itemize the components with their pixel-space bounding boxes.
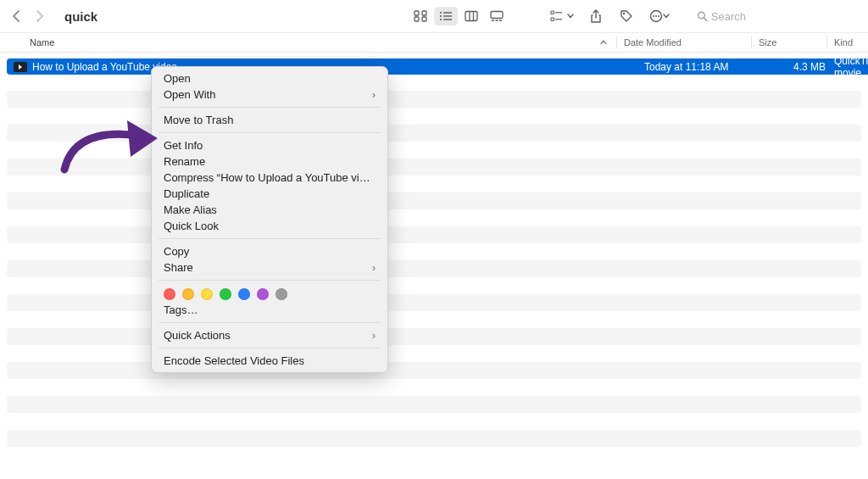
svg-rect-16 — [499, 20, 502, 22]
share-icon — [590, 9, 602, 23]
forward-button[interactable] — [31, 6, 49, 26]
tag-green[interactable] — [220, 288, 231, 300]
back-button[interactable] — [7, 6, 25, 26]
file-size: 4.3 MB — [771, 61, 834, 73]
ellipsis-circle-icon — [649, 9, 663, 23]
menu-get-info[interactable]: Get Info — [152, 137, 387, 153]
menu-open[interactable]: Open — [152, 70, 387, 86]
menu-open-label: Open — [164, 72, 191, 85]
view-gallery-button[interactable] — [485, 7, 509, 25]
chevron-left-icon — [12, 9, 20, 23]
tag-gray[interactable] — [275, 288, 287, 300]
svg-rect-17 — [551, 11, 554, 14]
gallery-icon — [490, 10, 504, 22]
svg-point-4 — [440, 12, 442, 14]
chevron-up-icon — [600, 39, 607, 46]
column-date[interactable]: Date Modified — [624, 37, 751, 47]
tag-icon — [620, 9, 633, 23]
svg-rect-15 — [496, 20, 498, 22]
list-icon — [439, 10, 453, 22]
chevron-right-icon: › — [372, 262, 376, 274]
file-list: How to Upload a YouTube video Today at 1… — [0, 53, 868, 464]
svg-rect-1 — [422, 11, 426, 15]
file-date: Today at 11:18 AM — [644, 61, 771, 73]
menu-compress-label: Compress “How to Upload a YouTube video” — [164, 171, 376, 184]
nav-group — [7, 6, 49, 26]
menu-duplicate[interactable]: Duplicate — [152, 186, 387, 202]
view-icons-button[interactable] — [409, 7, 432, 25]
chevron-right-icon — [36, 9, 44, 23]
menu-copy-label: Copy — [164, 245, 189, 258]
svg-rect-18 — [555, 12, 562, 13]
column-name[interactable]: Name — [30, 37, 596, 47]
action-button[interactable] — [646, 7, 673, 25]
svg-rect-2 — [415, 17, 419, 21]
column-date-label: Date Modified — [624, 37, 682, 47]
menu-compress[interactable]: Compress “How to Upload a YouTube video” — [152, 170, 387, 186]
grid-icon — [414, 10, 427, 22]
menu-get-info-label: Get Info — [164, 139, 203, 152]
tag-blue[interactable] — [238, 288, 250, 300]
svg-point-23 — [653, 15, 654, 17]
column-size[interactable]: Size — [759, 37, 826, 47]
svg-rect-19 — [551, 18, 554, 21]
svg-rect-3 — [422, 17, 426, 21]
menu-open-with[interactable]: Open With› — [152, 86, 387, 103]
menu-tags[interactable]: Tags… — [152, 302, 387, 318]
search-icon — [697, 10, 708, 22]
menu-trash[interactable]: Move to Trash — [152, 112, 387, 128]
menu-rename[interactable]: Rename — [152, 153, 387, 170]
chevron-right-icon: › — [372, 330, 376, 342]
movie-file-icon — [14, 62, 27, 72]
columns-icon — [465, 10, 478, 22]
column-header-row: Name Date Modified Size Kind — [0, 32, 868, 53]
file-kind: QuickTime movie — [834, 55, 868, 79]
menu-quick-look[interactable]: Quick Look — [152, 218, 387, 234]
menu-share[interactable]: Share› — [152, 259, 387, 276]
svg-rect-10 — [465, 12, 477, 21]
tag-orange[interactable] — [182, 288, 194, 300]
menu-open-with-label: Open With — [164, 88, 215, 101]
svg-rect-5 — [443, 12, 452, 13]
view-columns-button[interactable] — [459, 7, 483, 25]
svg-line-27 — [704, 18, 707, 20]
file-row-selected[interactable]: How to Upload a YouTube video Today at 1… — [7, 58, 868, 75]
menu-duplicate-label: Duplicate — [164, 187, 209, 200]
chevron-right-icon: › — [372, 89, 376, 101]
svg-rect-13 — [491, 12, 503, 19]
menu-encode[interactable]: Encode Selected Video Files — [152, 353, 387, 369]
sort-indicator[interactable] — [596, 39, 611, 46]
share-button[interactable] — [585, 7, 607, 25]
svg-point-26 — [698, 12, 705, 19]
menu-quick-actions[interactable]: Quick Actions› — [152, 327, 387, 343]
tags-button[interactable] — [615, 7, 637, 25]
tag-yellow[interactable] — [201, 288, 213, 300]
tag-red[interactable] — [164, 288, 175, 300]
view-switcher — [409, 7, 509, 25]
search-input[interactable] — [711, 10, 856, 23]
tag-purple[interactable] — [257, 288, 269, 300]
chevron-down-icon — [663, 14, 670, 19]
search-field[interactable] — [692, 5, 861, 27]
toolbar: quick — [0, 0, 868, 32]
menu-encode-label: Encode Selected Video Files — [164, 354, 304, 367]
menu-make-alias[interactable]: Make Alias — [152, 202, 387, 218]
column-name-label: Name — [30, 37, 54, 47]
column-kind[interactable]: Kind — [834, 37, 868, 47]
menu-tags-label: Tags… — [164, 304, 198, 316]
menu-copy[interactable]: Copy — [152, 243, 387, 259]
menu-rename-label: Rename — [164, 155, 205, 168]
svg-rect-0 — [415, 11, 419, 15]
svg-rect-20 — [555, 19, 562, 19]
context-menu: Open Open With› Move to Trash Get Info R… — [151, 66, 388, 373]
menu-quick-actions-label: Quick Actions — [164, 329, 231, 342]
group-button[interactable] — [548, 7, 576, 25]
svg-rect-9 — [443, 19, 452, 19]
menu-share-label: Share — [164, 261, 193, 274]
view-list-button[interactable] — [434, 7, 458, 25]
menu-quick-look-label: Quick Look — [164, 220, 219, 232]
menu-tag-colors — [152, 285, 387, 302]
svg-rect-7 — [443, 15, 452, 16]
group-icon — [550, 10, 567, 22]
column-kind-label: Kind — [834, 37, 853, 47]
